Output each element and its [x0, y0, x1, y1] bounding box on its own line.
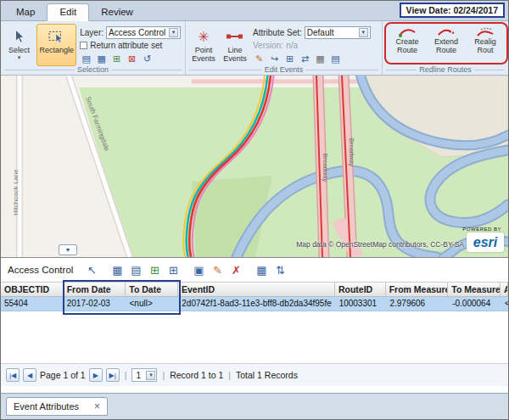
street-label-broadway-2: Broadway	[348, 138, 355, 167]
total-records-label: Total 1 Records	[236, 370, 298, 380]
layer-select-value: Access Control	[109, 28, 165, 37]
record-range-label: Record 1 to 1	[170, 370, 223, 380]
map-graphics: Hitchcock Lane South Farmingdale Broadwa…	[1, 76, 508, 257]
cell-routeid: 10003301	[336, 297, 387, 311]
select-label: Select	[8, 46, 30, 54]
cell-access: <n	[501, 297, 508, 311]
create-route-button[interactable]: Create Route	[388, 23, 427, 64]
rectangle-tool-button[interactable]: Rectangle	[36, 24, 76, 66]
pager-separator: |	[227, 370, 232, 380]
rectangle-select-icon	[48, 27, 65, 46]
collapse-icon: ▼	[65, 247, 71, 253]
attribute-set-grid-button[interactable]: ▤	[127, 261, 144, 278]
edit-attributes-button[interactable]: ✎	[209, 261, 226, 278]
move-event-icon[interactable]: ↪	[268, 53, 281, 65]
table-empty-area	[1, 311, 508, 364]
last-page-button[interactable]: ▶|	[106, 368, 120, 382]
point-events-icon: ✳	[198, 27, 209, 46]
tab-edit[interactable]: Edit	[47, 3, 89, 21]
column-header-to-date[interactable]: To Date	[126, 283, 178, 296]
column-header-to-measure[interactable]: To Measure	[448, 283, 501, 296]
events-grid-icon[interactable]: ▦	[314, 53, 327, 65]
tab-event-attributes[interactable]: Event Attributes ×	[6, 397, 108, 416]
column-header-objectid[interactable]: OBJECTID	[1, 283, 64, 296]
pager-separator: |	[160, 370, 166, 380]
column-header-from-measure[interactable]: From Measure	[386, 283, 449, 296]
street-label-broadway-1: Broadway	[322, 154, 329, 182]
table-row[interactable]: 55404 2017-02-03 <null> 2d0742f1-8ad3-11…	[1, 297, 508, 311]
point-events-label1: Point	[195, 46, 213, 54]
attribute-list-icon[interactable]: ▤	[80, 53, 92, 65]
panel-title: Access Control	[8, 265, 73, 275]
remove-selection-icon[interactable]: ⊠	[126, 53, 138, 65]
create-route-label2: Route	[397, 46, 417, 54]
realign-route-icon	[477, 27, 494, 37]
column-header-eventid[interactable]: EventID	[178, 283, 335, 296]
realign-route-label2: Rout	[477, 46, 493, 54]
save-edits-button[interactable]: ▣	[190, 261, 207, 278]
column-header-from-date[interactable]: From Date	[64, 283, 126, 296]
select-tool-button[interactable]: Select ▾	[3, 24, 35, 66]
ribbon-tabbar: Map Edit Review View Date: 02/24/2017	[1, 1, 508, 21]
powered-by-label: POWERED BY	[462, 227, 501, 232]
page-label: Page 1 of 1	[40, 370, 86, 380]
layer-select[interactable]: Access Control ▾	[106, 26, 181, 39]
sort-button[interactable]: ⇅	[271, 261, 288, 278]
cell-from-date: 2017-02-03	[64, 297, 126, 311]
attribute-set-caret-icon[interactable]: ▾	[359, 28, 368, 37]
point-events-button[interactable]: ✳ Point Events	[188, 24, 219, 66]
select-dropdown-caret-icon[interactable]: ▾	[18, 54, 21, 60]
column-header-access[interactable]: Ac	[501, 283, 508, 296]
version-value: n/a	[286, 41, 298, 50]
ribbon: Select ▾ Rectangle Layer: Access Control…	[1, 21, 508, 76]
point-events-label2: Events	[192, 54, 215, 63]
attribute-set-value: Default	[307, 28, 334, 37]
pagination-bar: |◀ ◀ Page 1 of 1 ▶ ▶| | 1 ▾ | Record 1 t…	[1, 364, 508, 386]
tab-map[interactable]: Map	[4, 4, 47, 20]
add-record-button[interactable]: ⊞	[146, 261, 163, 278]
first-page-button[interactable]: |◀	[6, 368, 20, 382]
select-cursor-icon	[12, 27, 27, 46]
show-all-records-button[interactable]: ▦	[109, 261, 126, 278]
map-collapse-button[interactable]: ▼	[59, 244, 77, 255]
page-size-caret-icon: ▾	[146, 371, 155, 380]
attribute-set-label: Attribute Set:	[253, 28, 302, 37]
page-size-value: 1	[136, 371, 141, 380]
delete-record-button[interactable]: ✗	[227, 261, 244, 278]
select-events-button[interactable]: ↖	[83, 261, 100, 278]
extend-route-button[interactable]: Extend Route	[427, 23, 466, 64]
return-attribute-set-checkbox[interactable]	[80, 42, 87, 49]
line-events-button[interactable]: Line Events	[221, 24, 249, 66]
column-header-routeid[interactable]: RouteID	[335, 283, 386, 296]
cell-to-measure: -0.000064	[449, 297, 501, 311]
create-route-label1: Create	[395, 37, 418, 46]
map-attribution: Map data © OpenStreetMap contributors, C…	[296, 240, 464, 249]
close-tab-icon[interactable]: ×	[94, 400, 100, 412]
table-view-button[interactable]: ▦	[253, 261, 270, 278]
map-canvas[interactable]: Hitchcock Lane South Farmingdale Broadwa…	[1, 76, 508, 257]
clear-selection-icon[interactable]: ↺	[141, 53, 154, 65]
tab-review[interactable]: Review	[89, 4, 145, 20]
page-size-select[interactable]: 1 ▾	[131, 368, 157, 382]
split-event-icon[interactable]: ⊞	[283, 53, 296, 65]
cell-from-measure: 2.979606	[386, 297, 449, 311]
events-table-icon[interactable]: ▤	[329, 53, 342, 65]
realign-route-button[interactable]: Realig Rout	[466, 23, 505, 64]
edit-event-icon[interactable]: ✎	[253, 53, 266, 65]
realign-route-label1: Realig	[474, 37, 496, 46]
edit-events-group-label: Edit Events	[189, 65, 378, 74]
selection-grid-icon[interactable]: ▦	[95, 53, 108, 65]
copy-record-button[interactable]: ⊞	[165, 261, 182, 278]
attribute-set-select[interactable]: Default ▾	[305, 26, 371, 39]
ribbon-group-redline: Create Route Extend Route Realig Rout Re…	[383, 21, 508, 75]
next-page-button[interactable]: ▶	[89, 368, 103, 382]
add-selection-icon[interactable]: ⊞	[110, 53, 123, 65]
extend-route-icon	[438, 27, 455, 37]
redline-group-label: Redline Routes	[386, 65, 505, 74]
layer-select-caret-icon[interactable]: ▾	[169, 28, 178, 37]
prev-page-button[interactable]: ◀	[23, 368, 36, 382]
swap-event-icon[interactable]: ⇄	[299, 53, 311, 65]
version-label: Version:	[253, 41, 283, 50]
create-route-icon	[399, 27, 416, 37]
cell-eventid: 2d0742f1-8ad3-11e3-bff8-db2da34f95fe	[178, 297, 335, 311]
